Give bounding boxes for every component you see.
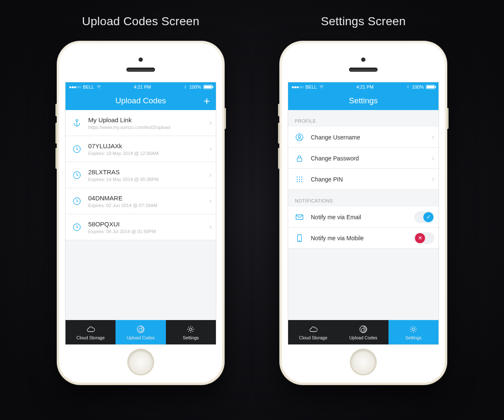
tab-bar: Cloud Storage Upload Codes Settings — [66, 320, 216, 344]
list-item[interactable]: 07YLUJAXk Expires: 10 May 2014 @ 12:00AM… — [66, 136, 216, 162]
bluetooth-icon — [183, 85, 187, 89]
clock-icon — [71, 171, 82, 180]
clock-icon — [71, 223, 82, 232]
clock-icon — [71, 144, 82, 154]
list-item[interactable]: 28LXTRAS Expires: 14 May 2014 @ 05:38PM … — [66, 162, 216, 188]
carrier-label: BELL — [305, 84, 317, 89]
chevron-right-icon: › — [209, 223, 212, 231]
section-profile-header: PROFILE — [288, 110, 438, 127]
chevron-right-icon: › — [209, 118, 212, 127]
chevron-right-icon: › — [432, 133, 434, 142]
lock-icon — [294, 154, 305, 163]
nav-bar: Upload Codes + — [66, 92, 216, 110]
wifi-icon — [96, 84, 102, 90]
upload-codes-list[interactable]: My Upload Link https://www.my.sumzu.com/… — [66, 110, 216, 320]
status-bar: ●●●○○ BELL 4:21 PM 100% — [66, 82, 216, 92]
home-button[interactable] — [351, 350, 375, 374]
list-item[interactable]: 58OPQXUI Expires: 04 Jul 2014 @ 01:58PM … — [66, 214, 216, 240]
tab-upload-codes[interactable]: Upload Codes — [116, 320, 165, 344]
row-title: 04DNMARE — [88, 194, 203, 202]
tab-label: Cloud Storage — [76, 335, 105, 340]
tab-cloud-storage[interactable]: Cloud Storage — [288, 320, 338, 344]
add-button[interactable]: + — [204, 95, 210, 106]
settings-row-pin[interactable]: Change PIN › — [288, 169, 438, 190]
gear-icon — [409, 325, 418, 334]
list-item[interactable]: My Upload Link https://www.my.sumzu.com/… — [66, 110, 216, 136]
left-phone: ●●●○○ BELL 4:21 PM 100% Upload — [57, 41, 225, 385]
signal-dots: ●●●○○ — [69, 84, 81, 89]
signal-dots: ●●●○○ — [291, 84, 303, 89]
nav-bar: Settings — [288, 92, 438, 110]
bluetooth-icon — [406, 85, 410, 89]
home-button[interactable] — [129, 350, 153, 374]
row-title: 58OPQXUI — [88, 220, 203, 228]
battery-pct: 100% — [189, 84, 201, 89]
status-time: 4:21 PM — [134, 84, 151, 89]
tab-label: Upload Codes — [349, 335, 378, 340]
tab-settings[interactable]: Settings — [388, 320, 438, 344]
tab-upload-codes[interactable]: Upload Codes — [338, 320, 388, 344]
nav-title: Upload Codes — [116, 96, 166, 105]
section-notifications-header: NOTIFICATIONS — [288, 190, 438, 207]
status-bar: ●●●○○ BELL 4:21 PM 100% — [288, 82, 438, 92]
left-screen-title: Upload Codes Screen — [82, 15, 200, 28]
tab-label: Settings — [405, 335, 421, 340]
tab-label: Cloud Storage — [299, 335, 327, 340]
row-subtitle: Expires: 04 Jul 2014 @ 01:58PM — [88, 229, 203, 234]
tab-label: Settings — [183, 335, 199, 340]
wifi-icon — [319, 84, 324, 90]
mail-icon — [294, 213, 305, 222]
chevron-right-icon: › — [209, 144, 212, 153]
status-time: 4:21 PM — [357, 84, 374, 89]
row-subtitle: https://www.my.sumzu.com/test2/upload — [88, 125, 203, 130]
chevron-right-icon: › — [209, 197, 212, 205]
cloud-icon — [86, 325, 95, 334]
tab-label: Upload Codes — [127, 335, 155, 340]
right-screen-title: Settings Screen — [321, 15, 406, 28]
row-title: 07YLUJAXk — [88, 142, 203, 150]
row-title: Notify me via Mobile — [311, 235, 408, 242]
settings-row-password[interactable]: Change Password › — [288, 148, 438, 169]
battery-pct: 100% — [412, 84, 424, 89]
clock-icon — [71, 197, 82, 206]
settings-row-username[interactable]: Change Username › — [288, 127, 438, 148]
battery-icon — [426, 85, 435, 89]
row-subtitle: Expires: 14 May 2014 @ 05:38PM — [88, 177, 203, 182]
settings-row-notify-mobile[interactable]: Notify me via Mobile ✕ — [288, 228, 438, 249]
row-title: Change Password — [311, 155, 426, 162]
right-phone: ●●●○○ BELL 4:21 PM 100% Settings — [279, 41, 447, 385]
tab-cloud-storage[interactable]: Cloud Storage — [66, 320, 116, 344]
chevron-right-icon: › — [209, 171, 212, 179]
tab-settings[interactable]: Settings — [166, 320, 216, 344]
swirl-icon — [136, 325, 145, 334]
toggle-email[interactable]: ✓ — [414, 211, 434, 223]
row-subtitle: Expires: 10 May 2014 @ 12:00AM — [88, 151, 203, 156]
settings-row-notify-email[interactable]: Notify me via Email ✓ — [288, 207, 438, 228]
battery-icon — [203, 85, 213, 89]
pin-grid-icon — [294, 175, 305, 184]
toggle-mobile[interactable]: ✕ — [414, 232, 434, 244]
user-icon — [294, 133, 305, 142]
carrier-label: BELL — [83, 84, 94, 89]
cloud-icon — [309, 325, 318, 334]
nav-title: Settings — [349, 96, 378, 105]
row-subtitle: Expires: 02 Jun 2014 @ 07:28AM — [88, 203, 203, 208]
swirl-icon — [359, 325, 368, 334]
settings-list[interactable]: PROFILE Change Username › Change Passwor… — [288, 110, 438, 320]
row-title: My Upload Link — [88, 116, 203, 123]
chevron-right-icon: › — [432, 154, 434, 163]
list-item[interactable]: 04DNMARE Expires: 02 Jun 2014 @ 07:28AM … — [66, 188, 216, 214]
row-title: Change PIN — [311, 176, 426, 183]
gear-icon — [186, 325, 195, 334]
row-title: 28LXTRAS — [88, 168, 203, 176]
tab-bar: Cloud Storage Upload Codes Settings — [288, 320, 438, 344]
mobile-icon — [294, 234, 305, 243]
row-title: Change Username — [311, 134, 426, 141]
chevron-right-icon: › — [432, 175, 434, 184]
anchor-icon — [71, 118, 82, 128]
row-title: Notify me via Email — [311, 214, 408, 220]
